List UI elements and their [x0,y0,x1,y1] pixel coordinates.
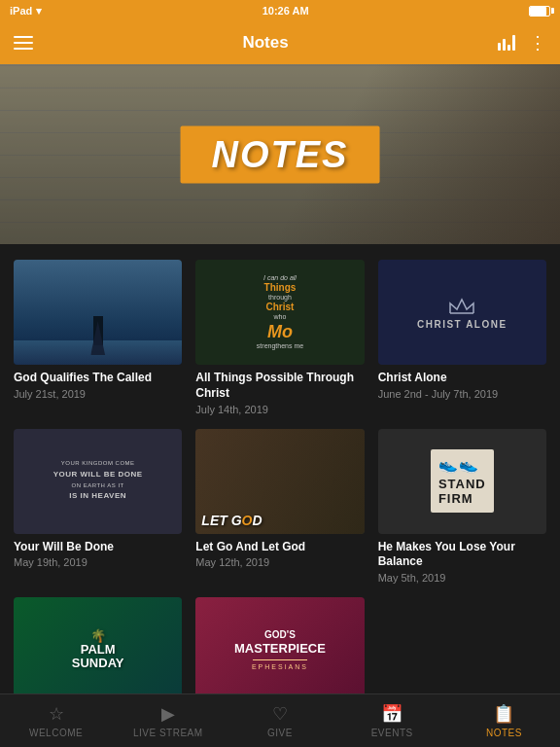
note-item-4[interactable]: YOUR KINGDOM COME YOUR WILL BE DONE ON E… [14,429,182,585]
note-item-6[interactable]: 👟👟 STAND FIRM He Makes You Lose Your Bal… [378,429,546,585]
time-display: 10:26 AM [262,5,309,17]
battery-icon [529,6,550,17]
note-date-3: June 2nd - July 7th, 2019 [378,388,546,400]
nav-events[interactable]: 📅 EVENTS [336,699,448,742]
status-bar: iPad ▾ 10:26 AM [0,0,560,21]
nav-livestream-label: Live Stream [133,728,203,738]
note-item-8[interactable]: GOD'S MASTERPIECE EPHESIANS God's Master… [195,597,364,694]
hero-label-text: NOTES [212,133,349,174]
wifi-icon: ▾ [36,5,42,18]
note-title-1: God Qualifies The Called [14,371,182,386]
note-item-3[interactable]: CHRIST ALONE Christ Alone June 2nd - Jul… [378,260,546,415]
hero-label: NOTES [181,125,380,183]
note-date-4: May 19th, 2019 [14,556,182,568]
nav-welcome-label: WELCOME [29,728,83,738]
nav-give[interactable]: ♡ GIVE [224,699,335,742]
menu-button[interactable] [14,36,33,50]
hero-banner: NOTES [0,64,560,244]
notes-grid: God Qualifies The Called July 21st, 2019… [14,260,546,694]
play-circle-icon: ▶ [161,703,175,725]
note-thumb-1 [14,260,182,365]
note-title-6: He Makes You Lose Your Balance [378,540,546,570]
christ-alone-label: CHRIST ALONE [417,319,508,330]
page-title: Notes [242,33,288,53]
note-date-1: July 21st, 2019 [14,388,182,400]
note-title-5: Let Go And Let God [195,540,364,555]
note-title-3: Christ Alone [378,371,546,386]
note-date-6: May 5th, 2019 [378,572,546,584]
note-item-7[interactable]: 🌴 PALM SUNDAY Palm Sunday April 14th, 20… [14,597,182,694]
note-item-2[interactable]: I can do all Things through Christ who M… [195,260,364,415]
note-date-5: May 12th, 2019 [195,556,364,568]
notes-content: God Qualifies The Called July 21st, 2019… [0,244,560,694]
note-title-4: Your Will Be Done [14,540,182,555]
notes-icon: 📋 [493,703,514,725]
header: Notes ⋮ [0,21,560,64]
note-thumb-8: GOD'S MASTERPIECE EPHESIANS [195,597,364,694]
nav-livestream[interactable]: ▶ Live Stream [112,699,224,742]
note-item-1[interactable]: God Qualifies The Called July 21st, 2019 [14,260,182,415]
battery-area [529,6,550,17]
crown-svg [447,296,476,315]
carrier-label: iPad [10,5,32,17]
chart-icon[interactable] [498,35,515,51]
note-date-2: July 14th, 2019 [195,404,364,415]
note-thumb-5: LET GOD [195,429,364,534]
note-thumb-2: I can do all Things through Christ who M… [195,260,364,365]
star-icon: ☆ [49,703,64,725]
carrier-wifi: iPad ▾ [10,5,42,18]
note-item-5[interactable]: LET GOD Let Go And Let God May 12th, 201… [195,429,364,585]
more-options-icon[interactable]: ⋮ [529,32,546,53]
battery-fill [530,7,546,16]
note-thumb-3: CHRIST ALONE [378,260,546,365]
nav-notes[interactable]: 📋 Notes [448,699,560,742]
nav-notes-label: Notes [486,728,522,738]
bottom-nav: ☆ WELCOME ▶ Live Stream ♡ GIVE 📅 EVENTS … [0,694,560,747]
heart-icon: ♡ [272,703,288,725]
note-thumb-4: YOUR KINGDOM COME YOUR WILL BE DONE ON E… [14,429,182,534]
header-icons: ⋮ [498,32,546,53]
silhouette-icon [93,316,103,345]
note-thumb-6: 👟👟 STAND FIRM [378,429,546,534]
nav-welcome[interactable]: ☆ WELCOME [0,699,112,742]
nav-give-label: GIVE [267,728,293,738]
note-thumb-7: 🌴 PALM SUNDAY [14,597,182,694]
calendar-icon: 📅 [381,703,402,725]
note-title-2: All Things Possible Through Christ [195,371,364,401]
nav-events-label: EVENTS [371,728,413,738]
